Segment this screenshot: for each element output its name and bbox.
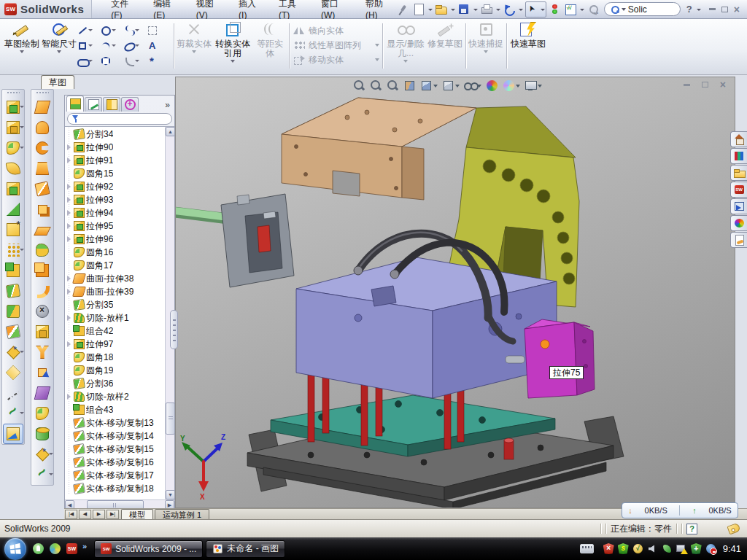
hud-icon[interactable] — [370, 79, 382, 92]
expand-arrow[interactable] — [66, 193, 72, 206]
expand-arrow[interactable] — [66, 351, 72, 364]
volume[interactable] — [647, 543, 658, 554]
quick-launch-overflow[interactable]: » — [82, 542, 87, 551]
save-caret[interactable] — [473, 3, 478, 16]
hud-button[interactable] — [420, 79, 438, 92]
hud-button[interactable] — [442, 79, 460, 92]
split[interactable] — [3, 281, 23, 301]
expand-arrow[interactable] — [66, 285, 72, 298]
sketch-entity-button[interactable] — [124, 25, 147, 36]
dimxpert-manager-tab[interactable] — [121, 97, 139, 112]
command-tab[interactable]: 草图 — [41, 75, 74, 89]
sketch-entity-button[interactable] — [77, 40, 101, 51]
ruled-surface[interactable] — [32, 281, 53, 301]
sketch-entity-icon[interactable] — [124, 41, 134, 51]
sketch-entity-button[interactable] — [147, 25, 171, 36]
quick-launch-messenger-icon[interactable] — [32, 542, 44, 555]
doc-minimize-button[interactable] — [684, 84, 690, 86]
model-render[interactable] — [176, 77, 735, 508]
swept-boss[interactable] — [3, 158, 23, 179]
smart-dimension-caret[interactable] — [57, 50, 61, 53]
sketch-entity-button[interactable] — [101, 25, 124, 36]
sketch-entity-icon[interactable] — [77, 56, 88, 66]
surface-fillet[interactable] — [32, 403, 53, 424]
linear-pattern[interactable] — [3, 240, 23, 260]
planar-surface[interactable] — [32, 219, 53, 240]
extend-surface[interactable] — [32, 362, 53, 383]
hud-icon[interactable] — [420, 79, 433, 92]
expand-arrow[interactable] — [66, 403, 72, 416]
select-cursor-icon[interactable] — [527, 3, 540, 16]
tab-scroll-first-button[interactable]: |◀ — [65, 510, 77, 519]
sketch-entity-icon[interactable] — [124, 56, 134, 66]
quick-launch-solidworks-icon[interactable] — [66, 542, 78, 555]
move-copy-body[interactable] — [3, 322, 23, 342]
hole-wizard[interactable] — [3, 219, 23, 240]
close-button[interactable]: × — [734, 6, 740, 13]
sketch-entity-icon[interactable] — [124, 26, 134, 36]
reference-geometry[interactable] — [3, 342, 23, 362]
traffic-light-icon[interactable] — [549, 3, 562, 16]
tree-item[interactable]: 拉伸93 — [65, 193, 165, 206]
design-checker-caret[interactable] — [579, 3, 584, 16]
hud-button[interactable] — [464, 79, 481, 92]
status-help-button[interactable]: ? — [686, 524, 697, 534]
tree-item[interactable]: 拉伸94 — [65, 206, 165, 219]
sketch-entity-button[interactable] — [77, 55, 101, 66]
tree-item[interactable]: 组合42 — [65, 324, 165, 338]
configuration-manager-tab[interactable] — [103, 97, 120, 112]
tree-item[interactable]: 拉伸90 — [65, 141, 165, 154]
expand-arrow[interactable] — [66, 272, 72, 285]
task-window-button[interactable]: 未命名 - 画图 — [206, 540, 285, 558]
chamfer[interactable] — [3, 199, 23, 219]
expand-arrow[interactable] — [66, 364, 72, 377]
tree-item[interactable]: 切除-放样1 — [65, 311, 165, 324]
hud-button[interactable] — [403, 79, 416, 92]
design-checker-icon[interactable] — [564, 3, 577, 16]
tree-item[interactable]: 分割36 — [65, 377, 165, 390]
hud-button[interactable] — [387, 79, 399, 92]
tree-item[interactable]: 实体-移动/复制16 — [65, 456, 165, 469]
extruded-surface[interactable] — [32, 138, 53, 158]
security-green[interactable] — [618, 543, 629, 554]
property-manager-tab[interactable] — [85, 97, 102, 112]
reference-geometry[interactable] — [32, 444, 53, 464]
replace-face[interactable] — [32, 322, 53, 342]
combine[interactable] — [3, 301, 23, 322]
sketch-entity-button[interactable] — [124, 55, 147, 66]
hud-button[interactable] — [503, 79, 520, 92]
sketch-entity-button[interactable] — [147, 55, 171, 66]
hud-button[interactable] — [370, 79, 382, 92]
rib[interactable] — [3, 260, 23, 281]
minimize-button[interactable] — [709, 8, 716, 10]
model-tab[interactable]: 模型 — [121, 509, 153, 519]
print-caret[interactable] — [495, 3, 500, 16]
hud-caret[interactable] — [516, 85, 520, 88]
network-warning[interactable] — [676, 543, 687, 554]
tree-item[interactable]: 分割35 — [65, 298, 165, 311]
tree-item[interactable]: 拉伸92 — [65, 180, 165, 193]
task-pane-tab[interactable] — [730, 215, 747, 231]
task-pane-tab[interactable] — [730, 165, 747, 181]
curve[interactable] — [32, 464, 53, 485]
extruded-boss[interactable] — [3, 97, 23, 117]
hud-caret[interactable] — [455, 85, 460, 88]
task-pane-tab[interactable] — [730, 131, 747, 147]
sketch-entity-icon[interactable] — [147, 26, 158, 36]
hud-icon[interactable] — [442, 79, 454, 92]
thicken[interactable] — [32, 260, 53, 281]
extruded-cut[interactable] — [3, 117, 23, 138]
network-speed-widget[interactable]: ↓ 0KB/S ↑ 0KB/S — [622, 502, 738, 518]
sketch-entity-button[interactable] — [124, 40, 147, 51]
swept-surface[interactable] — [32, 97, 53, 117]
hud-icon[interactable] — [525, 79, 537, 92]
delete-face[interactable] — [32, 301, 53, 322]
expand-arrow[interactable] — [66, 206, 72, 219]
hud-icon[interactable] — [387, 79, 399, 92]
filled-surface[interactable] — [32, 424, 53, 444]
undo-caret[interactable] — [518, 3, 523, 16]
sketch-entity-icon[interactable] — [77, 41, 88, 51]
expand-arrow[interactable] — [66, 443, 72, 456]
open-document-icon[interactable] — [435, 3, 448, 16]
tree-item[interactable]: 实体-移动/复制14 — [65, 429, 165, 443]
